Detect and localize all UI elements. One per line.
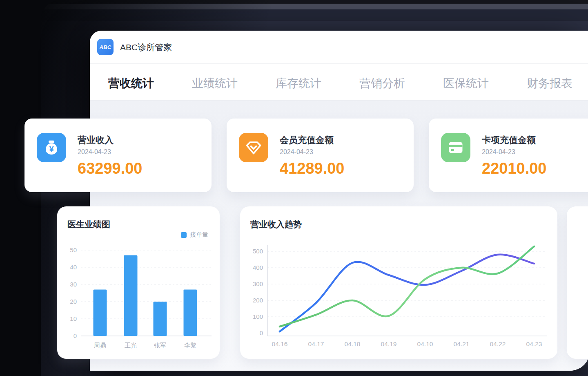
stat-title: 卡项充值金额 [482,134,536,146]
tab-4[interactable]: 营销分析 [359,64,405,100]
svg-text:10: 10 [70,315,77,322]
tab-3[interactable]: 库存统计 [276,64,321,100]
svg-text:04.17: 04.17 [308,340,324,347]
bar-王光 [124,255,138,336]
svg-text:40: 40 [70,264,77,271]
svg-text:300: 300 [253,280,263,287]
tab-2[interactable]: 业绩统计 [192,64,238,100]
svg-text:¥: ¥ [49,145,54,153]
stat-card-3: 卡项充值金额 2024-04-23 22010.00 [429,119,588,192]
svg-text:04.16: 04.16 [272,340,288,347]
app-logo: ABC [97,39,114,55]
svg-text:500: 500 [253,248,263,255]
tab-5[interactable]: 医保统计 [443,64,489,100]
stat-title: 营业收入 [78,134,114,146]
stat-icon-box [239,133,268,162]
svg-text:04.10: 04.10 [417,340,433,347]
tab-bar: 营收统计业绩统计库存统计营销分析医保统计财务报表 [90,64,588,100]
stat-date: 2024-04-23 [78,148,111,156]
svg-text:200: 200 [253,297,263,304]
stat-value: 41289.00 [280,160,345,177]
bar-chart: 01020304050周鼎王光张军李黎 [57,206,220,359]
svg-text:100: 100 [253,313,263,320]
stat-title: 会员充值金额 [280,134,334,146]
stat-icon-box: ¥ [37,133,66,162]
blue-line [280,255,534,331]
svg-text:400: 400 [253,264,263,271]
green-line [280,246,534,327]
svg-text:张军: 张军 [154,342,166,349]
line-chart: 010020030040050004.1604.1704.1804.1904.1… [240,206,557,359]
svg-text:30: 30 [70,281,77,288]
svg-text:04.23: 04.23 [526,340,542,347]
svg-text:0: 0 [260,329,263,336]
doctor-performance-card: 医生业绩图 接单量 01020304050周鼎王光张军李黎 [57,206,220,359]
svg-text:20: 20 [70,298,77,305]
svg-text:04.22: 04.22 [490,340,506,347]
svg-text:周鼎: 周鼎 [94,342,106,349]
stat-card-2: 会员充值金额 2024-04-23 41289.00 [227,119,414,192]
app-title: ABC诊所管家 [120,42,172,53]
stat-value: 63299.00 [78,160,143,177]
tab-1[interactable]: 营收统计 [108,64,154,100]
svg-text:50: 50 [70,246,77,253]
partially-visible-card [567,206,588,359]
window-header: ABC ABC诊所管家 [90,31,588,63]
stat-date: 2024-04-23 [482,148,515,156]
stat-icon-box [441,133,470,162]
bank-card-icon [447,139,465,157]
svg-text:04.18: 04.18 [345,340,361,347]
svg-text:0: 0 [74,332,77,339]
svg-text:04.19: 04.19 [381,340,397,347]
bar-李黎 [184,290,197,336]
bar-张军 [154,302,167,336]
tab-6[interactable]: 财务报表 [527,64,572,100]
svg-text:04.21: 04.21 [454,340,470,347]
revenue-trend-card: 营业收入趋势 010020030040050004.1604.1704.1804… [240,206,557,359]
stat-date: 2024-04-23 [280,148,313,156]
page: ABC ABC诊所管家 营收统计业绩统计库存统计营销分析医保统计财务报表 ¥ 营… [0,0,588,376]
money-bag-icon: ¥ [43,139,60,156]
stat-card-1: ¥ 营业收入 2024-04-23 63299.00 [24,119,212,192]
svg-text:李黎: 李黎 [184,342,196,349]
bar-周鼎 [94,290,107,336]
svg-text:王光: 王光 [125,342,137,349]
stat-value: 22010.00 [482,160,547,177]
vip-diamond-icon [245,139,263,157]
